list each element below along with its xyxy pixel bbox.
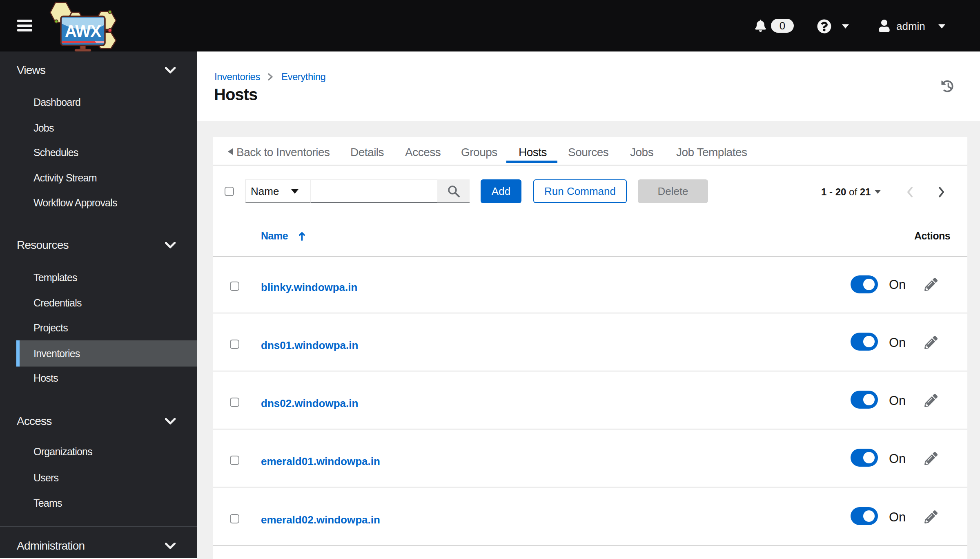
svg-text:AWX: AWX — [65, 22, 101, 40]
